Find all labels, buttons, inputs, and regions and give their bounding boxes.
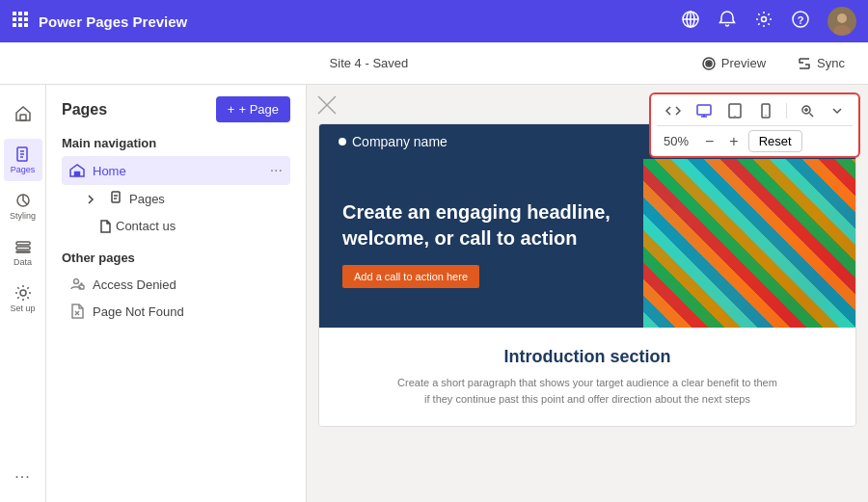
zoom-in-button[interactable]: + [723,131,744,152]
preview-button[interactable]: Preview [693,52,773,75]
company-name: Company name [339,134,448,149]
zoom-value: 50% [657,134,695,148]
panel-title: Pages [62,101,107,119]
intro-text: Create a short paragraph that shows your… [394,375,780,407]
app-title: Power Pages Preview [39,13,671,30]
sidebar-item-home[interactable] [4,92,42,135]
nav-item-page-not-found[interactable]: Page Not Found [62,298,290,325]
nav-item-pages[interactable]: Pages [62,185,290,213]
svg-point-17 [833,25,851,36]
svg-rect-43 [729,104,741,118]
add-page-button[interactable]: + + Page [216,96,290,122]
notifications-icon[interactable] [718,10,737,33]
add-page-icon: + [228,102,235,117]
hero-title: Create an engaging headline, welcome, or… [342,199,620,251]
svg-rect-1 [18,12,22,15]
sidebar-more[interactable]: ··· [4,460,42,502]
preview-label: Preview [721,56,766,70]
site-preview: Company name Create an engaging headline… [318,123,856,427]
svg-rect-28 [16,251,30,252]
settings-icon[interactable] [754,10,773,33]
sidebar-pages-label: Pages [11,165,36,174]
hero-cta-button[interactable]: Add a call to action here [342,265,479,288]
intro-section: Introduction section Create a short para… [319,328,855,426]
zoom-reset-button[interactable]: Reset [748,130,802,152]
toolbar-zoom-row: 50% − + Reset [657,125,853,152]
svg-rect-35 [79,285,84,289]
svg-rect-40 [697,105,711,115]
sync-label: Sync [817,56,845,70]
user-avatar[interactable] [827,7,856,36]
file-icon [98,220,112,233]
nav-access-denied-label: Access Denied [93,277,176,292]
desktop-view-button[interactable] [692,100,717,121]
svg-rect-8 [24,23,28,27]
main-layout: Pages Styling Data Set up ··· Pages + + … [0,85,868,502]
left-panel: Pages + + Page Main navigation Home ··· … [46,85,307,502]
sidebar-setup-label: Set up [10,304,35,313]
tablet-view-button[interactable] [722,100,747,121]
svg-point-19 [707,62,710,65]
hero-image [643,159,855,328]
nav-item-access-denied[interactable]: Access Denied [62,271,290,298]
company-name-text: Company name [352,134,448,149]
cursor-icon [316,94,338,119]
sidebar-item-pages[interactable]: Pages [4,139,42,181]
mobile-view-button[interactable] [753,100,778,121]
svg-rect-2 [24,12,28,15]
svg-point-13 [762,17,767,22]
nav-item-home[interactable]: Home ··· [62,156,290,185]
toolbar-view-row [657,98,853,123]
svg-rect-7 [18,23,22,27]
secondbar-actions: Preview Sync [693,52,853,75]
svg-rect-31 [112,192,120,202]
icon-sidebar: Pages Styling Data Set up ··· [0,85,46,502]
svg-line-48 [810,114,814,118]
svg-rect-30 [74,172,80,176]
svg-rect-0 [13,12,16,15]
add-page-label: + Page [238,102,279,117]
pages-icon [110,191,123,207]
site-status: Site 4 - Saved [330,56,409,70]
zoom-out-button[interactable]: − [699,131,719,152]
grid-icon[interactable] [12,11,29,33]
hero-image-visual [643,159,855,328]
sidebar-item-setup[interactable]: Set up [4,277,42,320]
hero-section: Create an engaging headline, welcome, or… [319,159,855,328]
sidebar-item-styling[interactable]: Styling [4,185,42,227]
canvas-toolbar: 50% − + Reset [649,92,860,158]
main-nav-section: Main navigation [62,136,290,150]
topbar-actions: ? [681,7,856,36]
svg-point-29 [20,290,26,296]
topbar: Power Pages Preview ? [0,0,868,42]
home-more-button[interactable]: ··· [270,162,283,179]
sidebar-data-label: Data [14,257,32,267]
company-dot [339,138,346,145]
nav-item-contact[interactable]: Contact us [62,213,290,239]
globe-icon[interactable] [681,10,700,33]
more-options-button[interactable] [826,101,849,120]
svg-rect-6 [13,23,16,27]
chevron-right-icon [85,194,96,205]
secondbar: Site 4 - Saved Preview Sync [0,42,868,85]
canvas-area[interactable]: 50% − + Reset Company name Create an eng… [307,85,868,502]
user-lock-icon [69,277,85,292]
nav-page-not-found-label: Page Not Found [93,304,184,319]
svg-text:?: ? [798,14,804,26]
code-view-button[interactable] [661,100,686,121]
other-pages-section: Other pages [62,251,290,265]
sidebar-item-data[interactable]: Data [4,231,42,274]
nav-contact-label: Contact us [116,219,176,233]
help-icon[interactable]: ? [791,10,810,33]
intro-title: Introduction section [358,347,817,367]
svg-rect-3 [13,17,16,21]
file-error-icon [69,304,85,319]
svg-point-16 [837,13,847,23]
sidebar-styling-label: Styling [10,211,36,221]
svg-rect-4 [18,17,22,21]
nav-home-label: Home [93,164,126,178]
svg-rect-20 [20,115,26,120]
zoom-button[interactable] [795,100,820,121]
sync-button[interactable]: Sync [789,52,853,75]
svg-rect-26 [16,242,30,245]
